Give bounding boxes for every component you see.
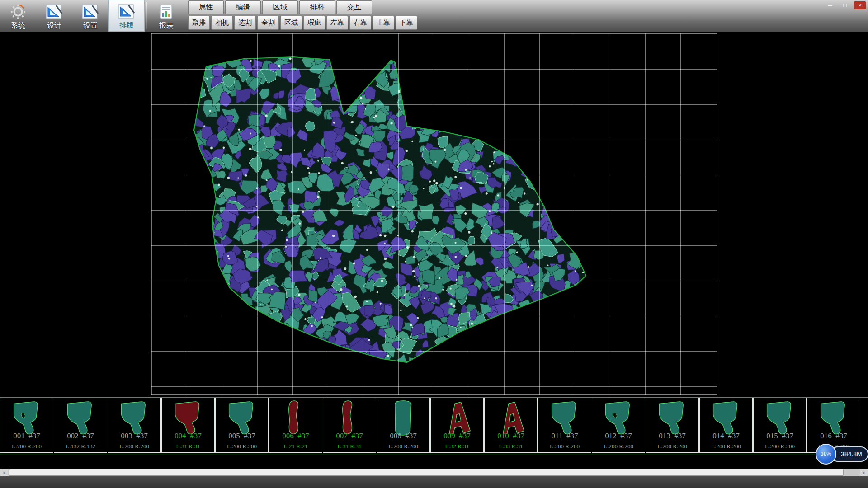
menu-tab-edit[interactable]: 编辑 (225, 0, 261, 14)
menu-tab-nesting[interactable]: 排料 (299, 0, 335, 14)
menu-tab-row: 属性编辑区域排料交互 (188, 0, 417, 14)
piece-lr-count: L:200 R:200 (538, 443, 591, 450)
piece-thumbnail-014_#37[interactable]: 014_#37L:200 R:200 (699, 398, 753, 453)
set-square-icon (118, 3, 136, 19)
piece-lr-count: L:200 R:200 (592, 443, 645, 450)
menu-tab-interact[interactable]: 交互 (336, 0, 372, 14)
tool-button-defect[interactable]: 瑕疵 (303, 16, 325, 30)
piece-label: 002_#37 (54, 432, 107, 441)
piece-thumbnail-004_#37[interactable]: 004_#37L:31 R:31 (161, 398, 215, 453)
scrollbar-thumb[interactable] (9, 469, 844, 476)
piece-thumbnail-003_#37[interactable]: 003_#37L:200 R:200 (108, 398, 161, 453)
nav-label-report: 报表 (159, 21, 174, 30)
tool-button-align-right[interactable]: 右靠 (349, 16, 371, 30)
tool-button-align-top[interactable]: 上靠 (373, 16, 394, 30)
piece-label: 016_#37 (807, 432, 860, 441)
maximize-button[interactable]: □ (839, 1, 851, 9)
tool-button-row: 聚排相机选割全割区域瑕疵左靠右靠上靠下靠 (188, 16, 417, 30)
piece-lr-count: L:200 R:200 (646, 443, 698, 450)
report-doc-icon (158, 4, 175, 19)
scroll-left-arrow[interactable]: ‹ (0, 469, 8, 476)
piece-thumbnail-008_#37[interactable]: 008_#37L:200 R:200 (377, 398, 430, 453)
nav-button-system[interactable]: 系统 (0, 0, 36, 32)
tool-button-align-left[interactable]: 左靠 (326, 16, 348, 30)
piece-lr-count: L:32 R:31 (431, 443, 483, 450)
piece-thumbnail-006_#37[interactable]: 006_#37L:21 R:21 (269, 398, 322, 453)
nav-button-design[interactable]: 设计 (36, 0, 72, 32)
piece-thumbnail-012_#37[interactable]: 012_#37L:200 R:200 (592, 398, 645, 453)
piece-lr-count: L:200 R:200 (108, 443, 160, 450)
piece-label: 003_#37 (108, 432, 160, 441)
piece-label: 007_#37 (323, 432, 376, 441)
piece-lr-count: L:200 R:200 (377, 443, 429, 450)
piece-thumbnail-strip: 001_#37L:700 R:700002_#37L:132 R:132003_… (0, 397, 868, 454)
horizontal-scrollbar[interactable]: ‹ › (0, 469, 868, 476)
piece-thumbnail-001_#37[interactable]: 001_#37L:700 R:700 (0, 398, 53, 453)
tool-button-select-cut[interactable]: 选割 (234, 16, 256, 30)
piece-lr-count: L:200 R:200 (216, 443, 268, 450)
nav-label-layout: 排版 (119, 21, 134, 30)
piece-label: 009_#37 (431, 432, 483, 441)
progress-circle: 38% (816, 444, 836, 465)
piece-label: 006_#37 (269, 432, 322, 441)
menu-tab-properties[interactable]: 属性 (188, 0, 224, 14)
piece-thumbnail-009_#37[interactable]: 009_#37L:32 R:31 (430, 398, 484, 453)
piece-lr-count: L:132 R:132 (54, 443, 107, 450)
toolbar: 系统设计设置排版报表 属性编辑区域排料交互 聚排相机选割全割区域瑕疵左靠右靠上靠… (0, 0, 868, 32)
tool-button-cluster-nest[interactable]: 聚排 (188, 16, 210, 30)
nav-separator (146, 2, 147, 29)
nesting-canvas[interactable] (0, 32, 868, 397)
set-square-icon (81, 4, 99, 20)
status-badge: 38% 384.8M (816, 444, 868, 465)
piece-thumbnail-005_#37[interactable]: 005_#37L:200 R:200 (215, 398, 269, 453)
piece-label: 008_#37 (377, 432, 429, 441)
scrollbar-track[interactable] (8, 469, 860, 476)
piece-label: 015_#37 (754, 432, 806, 441)
gear-icon (9, 3, 27, 20)
piece-label: 010_#37 (485, 432, 537, 441)
tool-button-camera[interactable]: 相机 (211, 16, 233, 30)
nav-label-design: 设计 (47, 21, 61, 30)
minimize-button[interactable]: ─ (824, 1, 836, 9)
tool-button-region[interactable]: 区域 (280, 16, 302, 30)
hide-nesting-preview (0, 32, 868, 397)
piece-label: 014_#37 (700, 432, 752, 441)
piece-label: 005_#37 (216, 432, 268, 441)
piece-label: 004_#37 (162, 432, 214, 441)
tool-button-cut-all[interactable]: 全割 (257, 16, 279, 30)
piece-label: 013_#37 (646, 432, 698, 441)
nav-button-layout[interactable]: 排版 (108, 0, 145, 32)
piece-lr-count: L:200 R:200 (700, 443, 752, 450)
menu-tab-region[interactable]: 区域 (262, 0, 298, 14)
piece-label: 012_#37 (592, 432, 645, 441)
piece-thumbnail-002_#37[interactable]: 002_#37L:132 R:132 (54, 398, 107, 453)
piece-label: 001_#37 (0, 432, 53, 441)
close-button[interactable]: × (854, 1, 866, 9)
tool-button-align-bottom[interactable]: 下靠 (396, 16, 417, 30)
piece-thumbnail-015_#37[interactable]: 015_#37L:200 R:200 (753, 398, 807, 453)
scroll-right-arrow[interactable]: › (860, 469, 868, 476)
window-controls: ─□× (824, 0, 866, 10)
piece-thumbnail-007_#37[interactable]: 007_#37L:31 R:31 (323, 398, 376, 453)
piece-lr-count: L:31 R:31 (162, 443, 214, 450)
bottom-status-bar (0, 476, 868, 488)
piece-lr-count: L:700 R:700 (0, 443, 53, 450)
piece-lr-count: L:33 R:31 (485, 443, 537, 450)
piece-lr-count: L:31 R:31 (323, 443, 376, 450)
main-nav: 系统设计设置排版报表 (0, 0, 184, 32)
menu-area: 属性编辑区域排料交互 聚排相机选割全割区域瑕疵左靠右靠上靠下靠 (188, 0, 417, 32)
nav-button-settings[interactable]: 设置 (72, 0, 108, 32)
set-square-icon (45, 4, 63, 20)
nav-button-report[interactable]: 报表 (148, 0, 184, 32)
piece-label: 011_#37 (538, 432, 591, 441)
nav-label-settings: 设置 (83, 21, 98, 30)
piece-lr-count: L:200 R:200 (754, 443, 806, 450)
piece-thumbnail-011_#37[interactable]: 011_#37L:200 R:200 (538, 398, 591, 453)
piece-thumbnail-010_#37[interactable]: 010_#37L:33 R:31 (484, 398, 538, 453)
piece-lr-count: L:21 R:21 (269, 443, 322, 450)
piece-thumbnail-013_#37[interactable]: 013_#37L:200 R:200 (646, 398, 699, 453)
nav-label-system: 系统 (11, 21, 25, 30)
